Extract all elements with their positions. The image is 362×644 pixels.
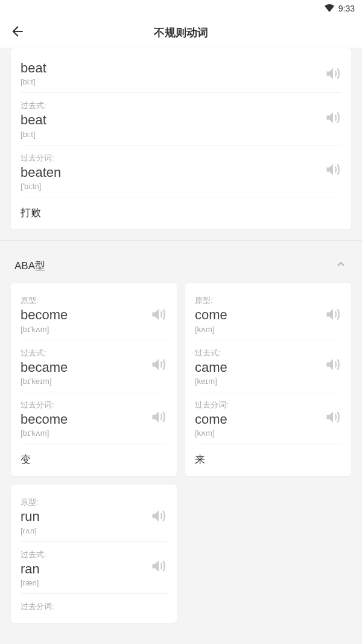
speaker-icon[interactable] bbox=[150, 558, 167, 577]
past-form-row: 过去式: came [keɪm] bbox=[195, 340, 341, 392]
meaning: 打败 bbox=[21, 197, 341, 220]
pp-word: come bbox=[195, 412, 341, 427]
base-pron: [bi:t] bbox=[21, 77, 341, 86]
speaker-icon[interactable] bbox=[150, 508, 167, 527]
base-label: 原型: bbox=[21, 497, 167, 508]
speaker-icon[interactable] bbox=[325, 356, 341, 375]
meaning: 来 bbox=[195, 444, 341, 467]
base-word: beat bbox=[21, 60, 341, 76]
base-form-row: 原型: come [kʌm] bbox=[195, 292, 341, 339]
past-label: 过去式: bbox=[21, 100, 341, 111]
past-word: came bbox=[195, 360, 341, 375]
speaker-icon[interactable] bbox=[325, 109, 341, 129]
past-pron: [bɪ'keɪm] bbox=[21, 377, 167, 386]
base-label: 原型: bbox=[195, 295, 341, 306]
chevron-up-icon[interactable] bbox=[334, 258, 348, 273]
past-label: 过去式: bbox=[21, 549, 167, 560]
past-word: ran bbox=[21, 561, 167, 577]
base-pron: [kʌm] bbox=[195, 325, 341, 334]
past-label: 过去式: bbox=[195, 348, 341, 359]
pp-pron: [kʌm] bbox=[195, 429, 341, 438]
base-form-row: 原型: become [bɪ'kʌm] bbox=[21, 292, 167, 339]
base-label: 原型: bbox=[21, 295, 167, 306]
base-pron: [rʌn] bbox=[21, 526, 167, 535]
base-word: come bbox=[195, 307, 341, 323]
pp-form-row: 过去分词: beaten ['bi:tn] bbox=[21, 145, 341, 197]
verb-card: 原型: run [rʌn] 过去式: ran [ræn] 过去分词: bbox=[11, 485, 177, 623]
speaker-icon[interactable] bbox=[150, 356, 167, 375]
past-pron: [bi:t] bbox=[21, 130, 341, 139]
page-title: 不规则动词 bbox=[0, 25, 362, 40]
past-form-row: 过去式: beat [bi:t] bbox=[21, 92, 341, 144]
wifi-icon bbox=[324, 4, 335, 13]
pp-label: 过去分词: bbox=[21, 153, 341, 164]
status-time: 9:33 bbox=[338, 4, 355, 13]
base-word: become bbox=[21, 307, 167, 323]
back-button[interactable] bbox=[10, 24, 25, 42]
pp-label: 过去分词: bbox=[195, 400, 341, 410]
speaker-icon[interactable] bbox=[325, 306, 341, 325]
verb-card: 原型: come [kʌm] 过去式: came [keɪm] 过去分词: co… bbox=[185, 283, 351, 476]
card-grid: 原型: become [bɪ'kʌm] 过去式: became [bɪ'keɪm… bbox=[0, 283, 362, 623]
base-form-row: beat [bi:t] bbox=[21, 57, 341, 92]
verb-card: 原型: become [bɪ'kʌm] 过去式: became [bɪ'keɪm… bbox=[11, 283, 177, 476]
speaker-icon[interactable] bbox=[150, 409, 167, 428]
pp-form-row: 过去分词: become [bɪ'kʌm] bbox=[21, 392, 167, 444]
past-form-row: 过去式: became [bɪ'keɪm] bbox=[21, 340, 167, 392]
pp-form-row: 过去分词: come [kʌm] bbox=[195, 392, 341, 444]
speaker-icon[interactable] bbox=[325, 161, 341, 180]
base-word: run bbox=[21, 509, 167, 524]
speaker-icon[interactable] bbox=[325, 65, 341, 84]
verb-card: beat [bi:t] 过去式: beat [bi:t] 过去分词: beate… bbox=[11, 48, 351, 229]
past-word: beat bbox=[21, 112, 341, 128]
past-word: became bbox=[21, 360, 167, 375]
status-bar: 9:33 bbox=[0, 0, 362, 17]
pp-pron: [bɪ'kʌm] bbox=[21, 429, 167, 438]
past-label: 过去式: bbox=[21, 348, 167, 359]
pp-pron: ['bi:tn] bbox=[21, 182, 341, 191]
content: beat [bi:t] 过去式: beat [bi:t] 过去分词: beate… bbox=[0, 48, 362, 623]
past-pron: [ræn] bbox=[21, 578, 167, 587]
past-pron: [keɪm] bbox=[195, 377, 341, 386]
base-pron: [bɪ'kʌm] bbox=[21, 325, 167, 334]
meaning: 变 bbox=[21, 444, 167, 467]
pp-form-row: 过去分词: bbox=[21, 593, 167, 612]
pp-label: 过去分词: bbox=[21, 400, 167, 410]
past-form-row: 过去式: ran [ræn] bbox=[21, 541, 167, 593]
section-title: ABA型 bbox=[14, 259, 45, 273]
section-header[interactable]: ABA型 bbox=[0, 240, 362, 283]
nav-bar: 不规则动词 bbox=[0, 17, 362, 48]
pp-word: become bbox=[21, 412, 167, 427]
pp-word: beaten bbox=[21, 165, 341, 180]
speaker-icon[interactable] bbox=[325, 409, 341, 428]
base-form-row: 原型: run [rʌn] bbox=[21, 493, 167, 541]
speaker-icon[interactable] bbox=[150, 306, 167, 325]
pp-label: 过去分词: bbox=[21, 601, 167, 612]
